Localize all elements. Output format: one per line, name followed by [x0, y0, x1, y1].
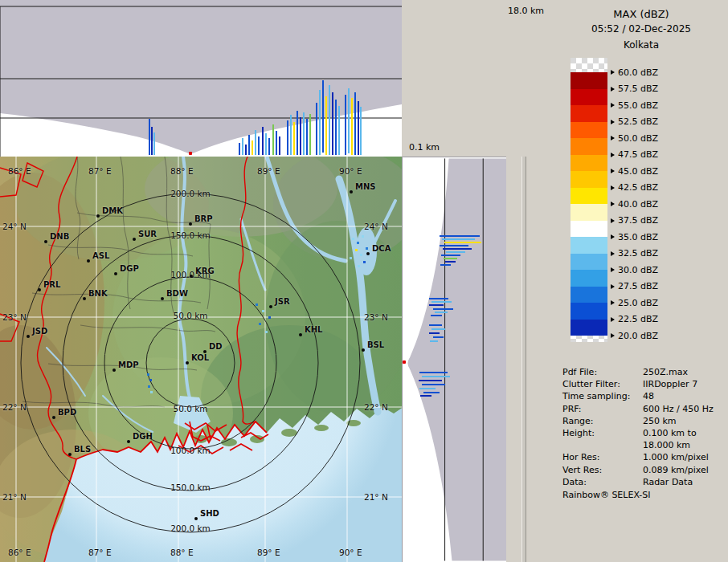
echo-bar: [329, 85, 330, 155]
legend-scale-label: 32.5 dBZ: [611, 247, 658, 260]
echo-bar: [265, 133, 267, 155]
echo-bars-side: [403, 157, 506, 562]
radar-site-marker: [189, 152, 192, 155]
dbz-color-scale: [571, 58, 607, 342]
station-label: JSR: [275, 297, 290, 306]
station-label: KOL: [191, 353, 209, 362]
echo-bar: [433, 308, 453, 310]
info-label: Range:: [562, 415, 643, 427]
station-label: DD: [209, 342, 223, 351]
info-row: Range:250 km: [562, 415, 725, 427]
tick-arrow-icon: [611, 333, 615, 338]
tick-arrow-icon: [611, 185, 615, 190]
legend-color-band: [571, 237, 607, 254]
station-dot-icon: [112, 369, 116, 372]
info-label: Vert Res:: [562, 464, 643, 476]
echo-bar: [335, 100, 337, 155]
legend-color-band: [571, 138, 607, 155]
legend-scale-label: 57.5 dBZ: [611, 83, 658, 96]
legend-color-band: [571, 287, 607, 303]
station-label: BNK: [88, 289, 108, 298]
station-dot-icon: [68, 453, 72, 456]
legend-color-band: [571, 320, 607, 336]
station-label: BDW: [166, 289, 188, 298]
echo-bar: [433, 336, 444, 338]
echo-bar: [358, 101, 359, 155]
station-dot-icon: [83, 297, 86, 300]
dbz-scale-labels: 60.0 dBZ57.5 dBZ55.0 dBZ52.5 dBZ50.0 dBZ…: [611, 58, 728, 351]
info-value: 250Z.max: [643, 366, 725, 378]
legend-scale-label: 25.0 dBZ: [611, 296, 658, 309]
tick-arrow-icon: [611, 284, 615, 289]
radar-map-panel[interactable]: 86° E86° E87° E87° E88° E88° E89° E89° E…: [0, 157, 402, 562]
echo-bar: [419, 372, 448, 373]
tick-arrow-icon: [611, 218, 615, 223]
echo-bar: [431, 328, 445, 330]
legend-scale-label: 40.0 dBZ: [611, 198, 658, 210]
echo-bar: [303, 112, 305, 155]
legend-scale-label: 35.0 dBZ: [611, 230, 658, 243]
legend-color-band: [571, 105, 607, 122]
echo-bar: [360, 107, 362, 155]
station-label: KRG: [195, 267, 215, 275]
info-value: 1.000 km/pixel: [643, 451, 725, 463]
station-dot-icon: [44, 240, 47, 243]
info-label: PRF:: [562, 403, 643, 415]
legend-color-band: [571, 188, 607, 205]
tick-arrow-icon: [611, 120, 615, 124]
echo-bar: [446, 251, 465, 253]
echo-bar: [290, 115, 292, 155]
info-value: 250 km: [643, 415, 725, 427]
echo-bar: [440, 245, 468, 246]
echo-bar: [287, 120, 288, 155]
info-row: Height:0.100 km to 18.000 km: [562, 427, 725, 451]
legend-color-band: [571, 155, 607, 172]
station-dot-icon: [186, 361, 189, 364]
legend-color-band: [571, 171, 607, 188]
echo-bar: [297, 111, 298, 155]
info-row: Clutter Filter:IIRDoppler 7: [562, 378, 725, 390]
tick-arrow-icon: [611, 317, 615, 322]
echo-bar: [300, 117, 301, 155]
station-label: BPD: [58, 408, 76, 417]
info-row: Data:Radar Data: [562, 476, 725, 488]
info-value: IIRDoppler 7: [643, 378, 725, 390]
legend-color-band: [571, 270, 607, 287]
info-value: 0.089 km/pixel: [643, 464, 725, 476]
station-label: BRP: [194, 214, 213, 223]
echo-bar: [440, 264, 451, 266]
height-axis-min-label: 0.1 km: [409, 142, 440, 153]
station-dot-icon: [190, 275, 193, 278]
legend-color-band: [571, 122, 607, 139]
echo-bar: [252, 140, 253, 155]
legend-scale-label: 55.0 dBZ: [611, 99, 658, 112]
echo-bar: [429, 298, 448, 299]
station-dot-icon: [269, 305, 272, 308]
station-label: DGP: [120, 264, 139, 273]
height-cross-section-side-panel[interactable]: [402, 157, 506, 562]
echo-bar: [444, 242, 481, 243]
legend-color-band: [571, 72, 607, 89]
software-name: Rainbow® SELEX-SI: [562, 490, 651, 500]
tick-arrow-icon: [611, 87, 615, 92]
echo-bar: [149, 119, 150, 155]
radar-application-window: 86° E86° E87° E87° E88° E88° E89° E89° E…: [0, 0, 728, 562]
echo-bars-top: [0, 0, 402, 157]
echo-bar: [258, 136, 260, 155]
echo-bar: [420, 395, 431, 397]
station-dot-icon: [350, 190, 353, 193]
station-label: JSD: [32, 327, 47, 336]
echo-bar: [422, 376, 450, 377]
station-label: KHL: [305, 325, 323, 334]
legend-scale-label: 60.0 dBZ: [611, 66, 658, 79]
station-dot-icon: [161, 297, 164, 300]
height-cross-section-top-panel[interactable]: [0, 0, 402, 157]
echo-bar: [351, 98, 353, 155]
tick-arrow-icon: [611, 153, 615, 157]
product-title: MAX (dBZ): [554, 6, 728, 22]
legend-scale-label: 30.0 dBZ: [611, 263, 658, 276]
legend-scale-label: 22.5 dBZ: [611, 313, 658, 326]
echo-bar: [151, 127, 153, 155]
echo-bar: [419, 380, 442, 381]
info-label: Height:: [562, 427, 643, 451]
